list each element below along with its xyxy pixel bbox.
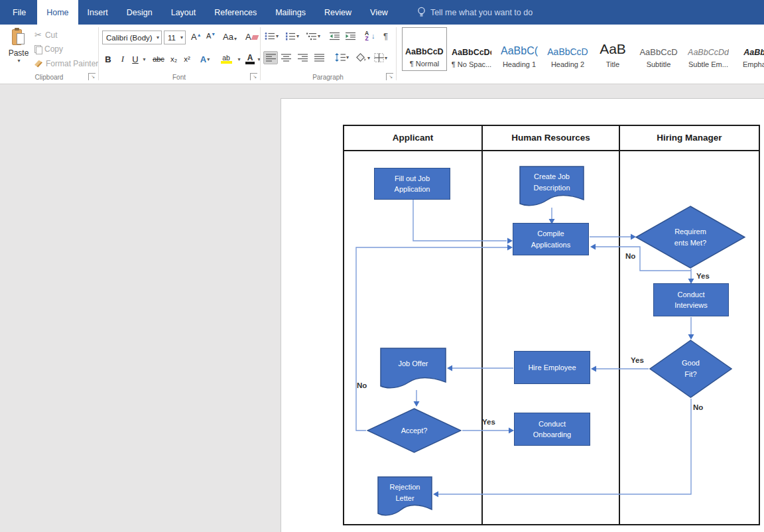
- underline-dropdown[interactable]: ▾: [141, 52, 147, 66]
- edge-label-accept-yes[interactable]: Yes: [482, 418, 495, 426]
- tell-me-box[interactable]: Tell me what you want to do: [417, 0, 533, 25]
- tab-layout[interactable]: Layout: [162, 0, 206, 25]
- paragraph-dialog-launcher[interactable]: ↘: [386, 73, 393, 80]
- shading-icon: [355, 53, 367, 62]
- tab-references[interactable]: References: [205, 0, 266, 25]
- shape-text: Conduct: [678, 289, 705, 300]
- text-effects-button[interactable]: A▾: [197, 52, 213, 66]
- paste-dropdown-caret[interactable]: ▾: [17, 58, 20, 64]
- copy-button[interactable]: Copy: [34, 44, 63, 54]
- style-normal[interactable]: AaBbCcDd ¶ Normal: [402, 27, 447, 71]
- cut-icon: ✂: [34, 30, 42, 40]
- shape-hire-employee[interactable]: Hire Employee: [514, 351, 590, 384]
- increase-indent-button[interactable]: [345, 32, 356, 40]
- shape-job-offer[interactable]: Job Offer: [380, 348, 446, 390]
- strikethrough-button[interactable]: abc: [150, 52, 167, 66]
- paste-button[interactable]: Paste ▾: [5, 29, 32, 76]
- shape-text: Letter: [395, 493, 414, 504]
- shape-text: Interviews: [674, 300, 708, 311]
- align-center-button[interactable]: [281, 54, 291, 62]
- style-label: Subtitle: [647, 60, 671, 68]
- style-heading-2[interactable]: AaBbCcD Heading 2: [544, 27, 591, 71]
- align-right-button[interactable]: [298, 54, 308, 62]
- subscript-button[interactable]: x₂: [168, 52, 180, 66]
- edge-label-requirements-met-yes[interactable]: Yes: [696, 272, 710, 280]
- tab-view[interactable]: View: [361, 0, 397, 25]
- cut-label: Cut: [45, 31, 58, 40]
- shrink-font-glyph: A: [206, 32, 211, 40]
- style-heading-1[interactable]: AaBbC( Heading 1: [496, 27, 542, 71]
- shape-accept[interactable]: Accept?: [367, 408, 462, 453]
- shape-requirements-met[interactable]: Requirem ents Met?: [635, 206, 745, 269]
- tab-review[interactable]: Review: [315, 0, 361, 25]
- lane-header-human-resources[interactable]: Human Resources: [483, 130, 619, 146]
- style-label: Heading 1: [503, 60, 536, 68]
- justify-button[interactable]: [314, 54, 324, 62]
- copy-label: Copy: [44, 44, 63, 54]
- shape-conduct-interviews[interactable]: Conduct Interviews: [653, 283, 729, 316]
- sort-button[interactable]: A Z: [365, 31, 369, 41]
- line-spacing-button[interactable]: ▾: [335, 53, 349, 62]
- multilevel-list-button[interactable]: ▾: [306, 32, 320, 40]
- borders-button[interactable]: ▾: [374, 53, 387, 62]
- format-painter-button[interactable]: Format Painter: [34, 59, 98, 68]
- shape-good-fit[interactable]: Good Fit?: [649, 340, 732, 398]
- style-subtle-emphasis[interactable]: AaBbCcDd Subtle Em...: [684, 27, 732, 71]
- table-border-bottom: [343, 524, 760, 525]
- shape-text: Rejection: [390, 482, 420, 493]
- bullet-list-button[interactable]: ▾: [265, 32, 279, 40]
- tab-insert[interactable]: Insert: [78, 0, 117, 25]
- decrease-indent-button[interactable]: [329, 32, 340, 40]
- shape-fill-out-job-application[interactable]: Fill out Job Application: [374, 168, 450, 200]
- font-dialog-launcher[interactable]: ↘: [250, 73, 257, 80]
- clear-formatting-button[interactable]: A: [245, 32, 258, 42]
- edge-label-accept-no[interactable]: No: [357, 381, 367, 389]
- cut-button[interactable]: ✂ Cut: [34, 30, 58, 40]
- edge-label-requirements-met-no[interactable]: No: [625, 252, 635, 260]
- style-emphasis[interactable]: AaBbC Empha...: [734, 27, 764, 71]
- show-hide-pilcrow-button[interactable]: ¶: [383, 31, 388, 41]
- tell-me-label: Tell me what you want to do: [430, 8, 533, 17]
- highlight-color-button[interactable]: ab: [216, 52, 236, 66]
- font-color-bar: [245, 62, 255, 64]
- style-preview: AaBbCcDd: [452, 48, 491, 57]
- shape-rejection-letter[interactable]: Rejection Letter: [377, 476, 432, 517]
- highlight-dropdown[interactable]: ▾: [235, 52, 242, 66]
- align-right-icon: [298, 54, 308, 62]
- shape-conduct-onboarding[interactable]: Conduct Onboarding: [514, 413, 590, 446]
- lane-header-hiring-manager[interactable]: Hiring Manager: [620, 130, 759, 146]
- font-group-label: Font: [98, 74, 260, 81]
- numbered-list-button[interactable]: ▾: [285, 32, 299, 40]
- style-subtitle[interactable]: AaBbCcD Subtitle: [635, 27, 682, 71]
- bold-button[interactable]: B: [103, 52, 113, 66]
- tab-design[interactable]: Design: [117, 0, 162, 25]
- style-label: Heading 2: [551, 60, 584, 68]
- shading-button[interactable]: ▾: [355, 53, 370, 62]
- font-color-dropdown[interactable]: ▾: [255, 52, 262, 66]
- shape-create-job-description[interactable]: Create Job Description: [519, 166, 584, 208]
- tab-mailings[interactable]: Mailings: [266, 0, 315, 25]
- superscript-button[interactable]: x²: [181, 52, 193, 66]
- font-name-combo[interactable]: Calibri (Body)▾: [102, 31, 162, 44]
- style-no-spacing[interactable]: AaBbCcDd ¶ No Spac...: [449, 27, 494, 71]
- style-preview: AaBbC: [743, 48, 764, 57]
- align-left-button[interactable]: [263, 51, 278, 64]
- underline-button[interactable]: U: [131, 52, 140, 66]
- grow-font-button[interactable]: A▲: [191, 32, 202, 42]
- tab-home[interactable]: Home: [37, 0, 78, 25]
- style-title[interactable]: AaB Title: [593, 27, 633, 71]
- change-case-button[interactable]: Aa▾: [223, 32, 237, 42]
- font-color-glyph: A: [247, 54, 253, 62]
- tab-file[interactable]: File: [1, 0, 37, 25]
- edge-label-good-fit-no[interactable]: No: [693, 403, 703, 411]
- ribbon: Paste ▾ ✂ Cut Copy Format Painter Clipbo…: [0, 25, 764, 84]
- edge-label-good-fit-yes[interactable]: Yes: [631, 356, 644, 364]
- font-size-combo[interactable]: 11▾: [164, 31, 186, 44]
- italic-button[interactable]: I: [118, 52, 127, 66]
- shape-text: Fill out Job: [395, 173, 430, 184]
- style-label: Subtle Em...: [688, 60, 728, 68]
- clipboard-dialog-launcher[interactable]: ↘: [88, 73, 96, 80]
- shape-compile-applications[interactable]: Compile Applications: [513, 223, 589, 255]
- lane-header-applicant[interactable]: Applicant: [344, 130, 481, 146]
- shrink-font-button[interactable]: A▼: [206, 32, 216, 40]
